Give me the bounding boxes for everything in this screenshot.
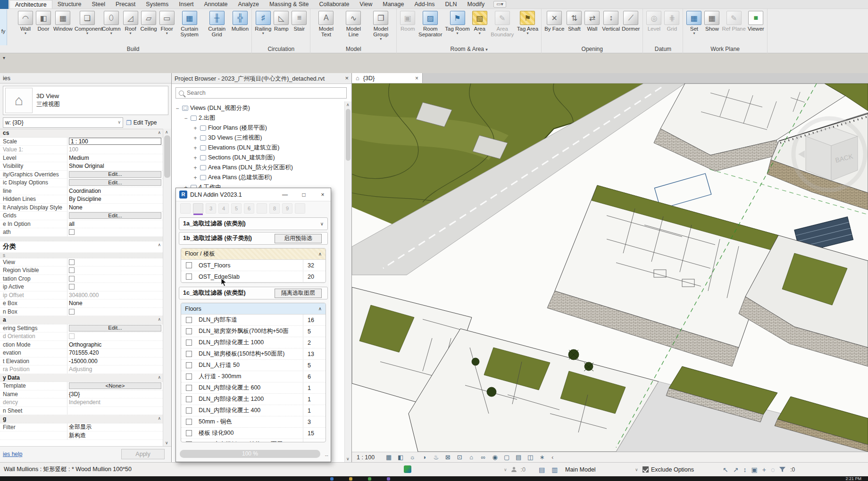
enable-prefilter-button[interactable]: 启用预筛选	[275, 234, 322, 243]
exclude-options-toggle[interactable]: Exclude Options	[643, 466, 694, 473]
checkbox-checked-icon[interactable]	[643, 466, 649, 473]
scroll-up-icon[interactable]: ∧	[165, 130, 168, 134]
panel-label[interactable]: Datum	[643, 45, 683, 53]
property-row[interactable]: dency Independent Independent ∧	[0, 398, 163, 407]
properties-title[interactable]: ies	[0, 73, 171, 83]
workplane-show-button[interactable]: ▦Show▾	[703, 10, 721, 32]
property-row[interactable]: Scale 1 : 100 1 : 100 ∧	[0, 138, 163, 146]
row-checkbox[interactable]	[186, 317, 192, 323]
panel-label[interactable]: Build	[15, 45, 251, 53]
dropdown-arrow-icon[interactable]: ▾	[686, 32, 702, 35]
stair-button[interactable]: ≡Stair▾	[290, 10, 308, 32]
edit-type-button[interactable]: ❐Edit Type	[123, 117, 168, 128]
ribbon-tab[interactable]: Precast	[110, 0, 141, 8]
view-bar-collapse-icon[interactable]: ‹	[551, 454, 553, 461]
property-row[interactable]: ction Mode Orthographic Orthographic ∧	[0, 341, 163, 349]
tree-expander-icon[interactable]: +	[192, 125, 198, 132]
room-separator-button[interactable]: ▨Room Separator▾	[417, 10, 444, 38]
vertical-opening-button[interactable]: ↕Vertical▾	[601, 10, 621, 32]
minimize-button[interactable]: —	[277, 191, 293, 198]
property-row[interactable]: y Data ∧	[0, 374, 163, 382]
select-pinned-icon[interactable]: ↕	[743, 466, 746, 473]
crop-visibility-icon[interactable]: ⊡	[454, 454, 465, 461]
taskbar-app-icon[interactable]	[330, 477, 334, 481]
property-row[interactable]: Level Medium Medium ∧	[0, 154, 163, 163]
ribbon-tab[interactable]: Massing & Site	[264, 0, 314, 8]
row-checkbox[interactable]	[186, 262, 192, 268]
model-text-button[interactable]: AModel Text▾	[312, 10, 340, 38]
select-by-face-icon[interactable]: ▣	[751, 466, 757, 473]
background-process-icon[interactable]: ◌	[771, 466, 775, 473]
ribbon-tab[interactable]: Structure	[52, 0, 87, 8]
select-link-icon[interactable]: ↖	[723, 466, 728, 473]
property-row[interactable]: ip Active ∧	[0, 283, 163, 291]
property-edit-button[interactable]: Edit...	[69, 212, 161, 219]
property-row[interactable]: Grids Edit... Edit... ∧	[0, 212, 163, 220]
property-row[interactable]: n Box ∧	[0, 308, 163, 316]
property-edit-button[interactable]: Edit...	[69, 179, 161, 186]
ribbon-tab[interactable]: Architecture	[9, 0, 52, 8]
property-row[interactable]: tation Crop ∧	[0, 275, 163, 283]
browser-tree-item[interactable]: − □ Views (DLN_视图分类)	[175, 103, 351, 113]
tag-room-button[interactable]: ⚑Tag Room▾	[444, 10, 470, 35]
isolate-selection-button[interactable]: 隔离选取图层	[275, 289, 322, 298]
property-row[interactable]: View ∧	[0, 258, 163, 267]
property-checkbox[interactable]	[69, 276, 75, 282]
maximize-button[interactable]: □	[296, 191, 312, 198]
row-checkbox[interactable]	[186, 340, 192, 346]
browser-tree-item[interactable]: + Floor Plans (楼层平面)	[175, 123, 351, 133]
row-checkbox[interactable]	[186, 441, 192, 442]
browser-tree-item[interactable]: + Elevations (DLN_建筑立面)	[175, 143, 351, 153]
view-selector-dropdown[interactable]: w: {3D}∨	[3, 117, 123, 128]
worksharing-display-icon[interactable]: ▤	[513, 454, 524, 461]
property-row[interactable]: ip Offset 304800.000 304800.000 ∧	[0, 291, 163, 300]
filter-row[interactable]: DLN_内部绿化覆土 600 1	[181, 382, 326, 394]
wall-opening-button[interactable]: ⇄Wall▾	[583, 10, 601, 32]
3d-model-canvas[interactable]: BACK	[352, 83, 868, 452]
section-collapse-icon[interactable]: ∧	[158, 130, 161, 135]
select-underlay-icon[interactable]: ↗	[733, 466, 739, 473]
rendering-dialog-icon[interactable]: ♨	[431, 454, 441, 461]
detail-level-icon[interactable]: ▦	[384, 454, 394, 461]
dln-tool-8-icon[interactable]: 8	[269, 203, 280, 214]
window-button[interactable]: ▦Window▾	[52, 10, 74, 32]
section-collapse-icon[interactable]: ∧	[158, 317, 161, 322]
dropdown-arrow-icon[interactable]: ▾	[123, 32, 139, 35]
ribbon-tab[interactable]: Analyze	[233, 0, 264, 8]
dln-tool-4-icon[interactable]: 4	[218, 203, 229, 214]
drag-on-selection-icon[interactable]: +	[762, 466, 766, 473]
column-button[interactable]: ⬯Column▾	[101, 10, 122, 35]
properties-collapse-icon[interactable]: ▾	[3, 55, 5, 60]
dln-tool-10-icon[interactable]	[295, 203, 305, 214]
property-row[interactable]: n Sheet ∧	[0, 407, 163, 415]
worksharing-icon[interactable]	[404, 465, 411, 473]
browser-tree-item[interactable]: − 2.出图	[175, 113, 351, 123]
area-button[interactable]: ▧Area▾	[471, 10, 489, 35]
selection-filter-icon[interactable]	[779, 467, 785, 473]
floor-button[interactable]: ▭Floor▾	[158, 10, 176, 35]
property-row[interactable]: Value 1: 100 100 ∧	[0, 146, 163, 154]
property-checkbox[interactable]	[69, 284, 75, 290]
property-row[interactable]: ra Position Adjusting Adjusting ∧	[0, 365, 163, 374]
row-checkbox[interactable]	[186, 430, 192, 436]
filter-row[interactable]: 人行道 - 300mm 6	[181, 371, 326, 382]
chevron-down-icon[interactable]: ∨	[320, 221, 324, 226]
property-row[interactable]: ity/Graphics Overrides Edit... Edit... ∧	[0, 171, 163, 179]
opening-by-face-button[interactable]: ✕By Face▾	[543, 10, 565, 32]
windows-taskbar[interactable]: 2:21 PM	[0, 476, 868, 481]
section-1c[interactable]: 1c_选取过滤器 (依类型) 隔离选取图层	[179, 287, 328, 299]
area-boundary-button[interactable]: ✎Area Boundary▾	[489, 10, 516, 38]
modify-button-sliver[interactable]: fy	[0, 9, 7, 45]
property-row[interactable]: Visibility Show Original Show Original ∧	[0, 162, 163, 171]
ribbon-tab[interactable]: DLN	[440, 0, 462, 8]
ribbon-tab[interactable]: View	[354, 0, 377, 8]
tree-expander-icon[interactable]: +	[192, 135, 198, 141]
filter-row[interactable]: DLN_内部绿化覆土 1200 1	[181, 394, 326, 405]
ribbon-tab[interactable]: Systems	[141, 0, 174, 8]
property-row[interactable]: evation 701555.420 701555.420 ∧	[0, 349, 163, 357]
viewer-button[interactable]: ■Viewer▾	[747, 10, 765, 32]
property-value-input[interactable]	[69, 138, 161, 145]
section-collapse-icon[interactable]: ∧	[158, 242, 161, 247]
filter-row[interactable]: 楼板 绿化900 15	[181, 428, 326, 439]
viewcube[interactable]: BACK	[793, 118, 865, 190]
